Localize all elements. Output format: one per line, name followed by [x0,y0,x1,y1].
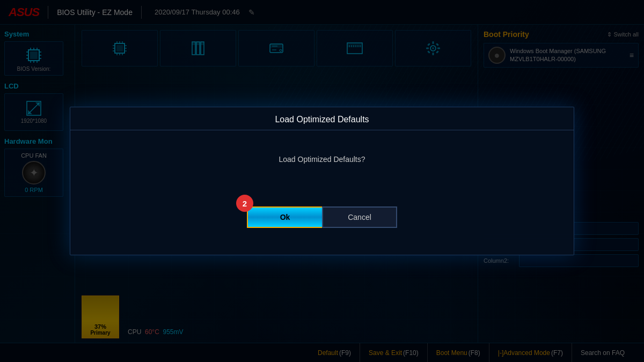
modal-titlebar: Load Optimized Defaults [70,107,574,130]
modal-overlay: Load Optimized Defaults Load Optimized D… [0,0,644,362]
modal-buttons: 2 Ok Cancel [247,206,397,228]
cancel-button[interactable]: Cancel [322,206,397,228]
modal-title: Load Optimized Defaults [83,115,561,124]
modal-body: Load Optimized Defaults? 2 Ok Cancel [70,130,574,255]
load-defaults-dialog: Load Optimized Defaults Load Optimized D… [70,107,574,255]
ok-button[interactable]: Ok [247,206,322,228]
step-badge: 2 [236,195,253,212]
modal-question: Load Optimized Defaults? [279,155,365,164]
